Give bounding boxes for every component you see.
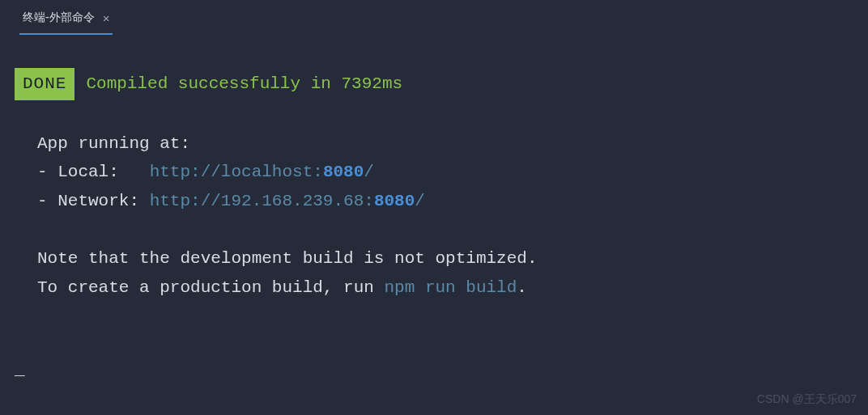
- local-label: - Local:: [37, 163, 150, 181]
- network-label: - Network:: [37, 192, 150, 210]
- note-line-2-post: .: [517, 278, 527, 297]
- terminal-tab[interactable]: 终端-外部命令 ×: [19, 6, 113, 35]
- app-running-label: App running at:: [37, 134, 190, 153]
- network-url-trail: /: [415, 192, 425, 210]
- terminal-output[interactable]: DONE Compiled successfully in 7392ms App…: [0, 34, 868, 303]
- watermark: CSDN @王天乐007: [757, 392, 857, 407]
- close-icon[interactable]: ×: [103, 12, 110, 24]
- compiled-message: Compiled successfully in 7392ms: [86, 70, 402, 99]
- note-command: npm run build: [384, 278, 517, 297]
- network-url-port: 8080: [374, 192, 415, 210]
- status-line: DONE Compiled successfully in 7392ms: [15, 68, 853, 100]
- note-line-2-pre: To create a production build, run: [37, 278, 384, 297]
- tab-bar: 终端-外部命令 ×: [0, 0, 868, 34]
- local-url-port: 8080: [323, 163, 364, 181]
- network-url-host: http://192.168.239.68:: [150, 192, 374, 210]
- local-url-host: http://localhost:: [150, 163, 323, 181]
- local-url-trail: /: [364, 163, 374, 181]
- terminal-body: App running at: - Local: http://localhos…: [15, 129, 853, 303]
- tab-label: 终端-外部命令: [23, 11, 95, 25]
- done-badge: DONE: [15, 68, 74, 100]
- note-line-1: Note that the development build is not o…: [37, 249, 538, 268]
- terminal-cursor: _: [15, 361, 25, 379]
